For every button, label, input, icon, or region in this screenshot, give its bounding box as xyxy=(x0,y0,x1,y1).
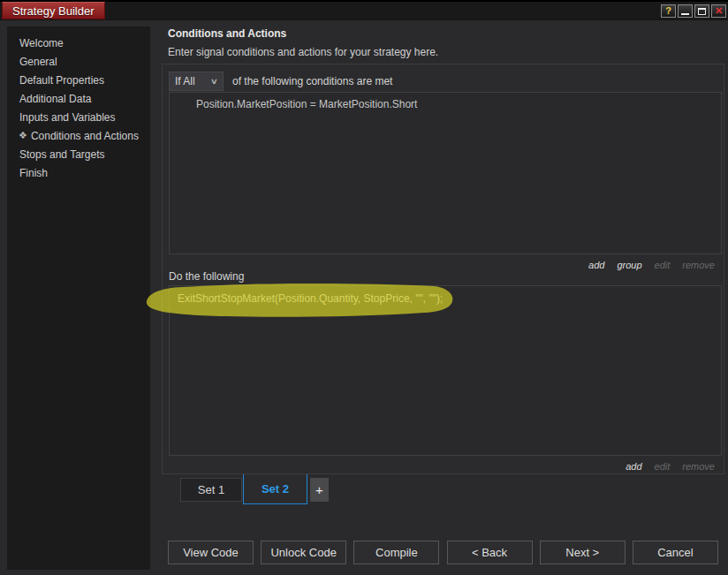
sidebar-item-default-properties[interactable]: Default Properties xyxy=(7,71,150,89)
sidebar-item-label: Inputs and Variables xyxy=(19,111,116,124)
sidebar-item-finish[interactable]: Finish xyxy=(7,163,150,182)
chevron-down-icon: ∨ xyxy=(210,77,218,86)
sidebar-item-label: Welcome xyxy=(19,37,64,49)
sidebar-item-label: Finish xyxy=(19,167,48,179)
page-description: Enter signal conditions and actions for … xyxy=(168,46,438,58)
sidebar-item-conditions-and-actions[interactable]: ❖ Conditions and Actions xyxy=(7,126,150,145)
sidebar-item-label: Additional Data xyxy=(19,93,91,105)
minimize-icon xyxy=(681,13,689,15)
condition-mode-value: If All xyxy=(175,75,195,87)
strategy-builder-window: { "window": { "title": "Strategy Builder… xyxy=(0,0,728,575)
add-set-tab-button[interactable]: + xyxy=(310,478,329,502)
view-code-button[interactable]: View Code xyxy=(168,541,254,564)
actions-edit-link: edit xyxy=(655,461,671,473)
help-icon: ? xyxy=(665,6,671,16)
minimize-button[interactable] xyxy=(678,4,693,18)
unlock-code-button[interactable]: Unlock Code xyxy=(261,541,346,564)
page-title: Conditions and Actions xyxy=(168,27,286,40)
conditions-listbox[interactable]: Position.MarketPosition = MarketPosition… xyxy=(169,92,722,254)
close-icon: ✕ xyxy=(715,6,723,16)
conditions-link-row: add group edit remove xyxy=(588,260,715,272)
condition-mode-row: If All ∨ of the following conditions are… xyxy=(169,72,717,91)
next-button[interactable]: Next > xyxy=(540,541,626,564)
conditions-edit-link: edit xyxy=(655,260,671,272)
condition-mode-suffix: of the following conditions are met xyxy=(232,75,392,87)
conditions-remove-link: remove xyxy=(682,260,715,272)
sidebar-item-general[interactable]: General xyxy=(7,52,150,71)
back-button[interactable]: < Back xyxy=(447,541,533,564)
title-bar[interactable]: Strategy Builder ? ✕ xyxy=(0,0,728,20)
tab-label: Set 1 xyxy=(198,483,224,496)
actions-add-link[interactable]: add xyxy=(626,461,641,473)
cancel-button[interactable]: Cancel xyxy=(633,541,718,564)
sidebar-item-additional-data[interactable]: Additional Data xyxy=(7,89,150,108)
sidebar-item-label: Default Properties xyxy=(19,74,104,87)
compile-button[interactable]: Compile xyxy=(353,541,439,564)
actions-link-row: add edit remove xyxy=(626,461,715,473)
sidebar-item-stops-and-targets[interactable]: Stops and Targets xyxy=(7,145,150,163)
help-button[interactable]: ? xyxy=(661,4,676,18)
tab-set-2-selected[interactable]: Set 2 xyxy=(243,474,307,504)
sidebar-item-inputs-and-variables[interactable]: Inputs and Variables xyxy=(7,108,150,126)
plus-icon: + xyxy=(315,482,323,497)
window-controls: ? ✕ xyxy=(661,4,726,18)
four-diamonds-icon: ❖ xyxy=(19,130,27,141)
sidebar-item-welcome[interactable]: Welcome xyxy=(7,34,150,52)
wizard-step-list: Welcome General Default Properties Addit… xyxy=(7,26,150,182)
sidebar-item-label: Stops and Targets xyxy=(19,148,105,161)
action-item[interactable]: ExitShortStopMarket(Position.Quantity, S… xyxy=(170,286,721,305)
condition-mode-dropdown[interactable]: If All ∨ xyxy=(169,72,224,91)
condition-item[interactable]: Position.MarketPosition = MarketPosition… xyxy=(170,93,721,110)
sidebar-item-label: General xyxy=(19,56,57,68)
actions-listbox[interactable]: ExitShortStopMarket(Position.Quantity, S… xyxy=(169,285,722,456)
wizard-step-sidebar: Welcome General Default Properties Addit… xyxy=(7,26,150,570)
tab-label: Set 2 xyxy=(262,482,289,496)
actions-remove-link: remove xyxy=(682,461,715,473)
window-title: Strategy Builder xyxy=(2,2,105,19)
dialog-button-row: View Code Unlock Code Compile < Back Nex… xyxy=(168,541,718,564)
tab-set-1[interactable]: Set 1 xyxy=(180,478,242,502)
conditions-add-link[interactable]: add xyxy=(588,260,604,272)
close-button[interactable]: ✕ xyxy=(711,4,726,18)
actions-section-label: Do the following xyxy=(169,270,244,283)
maximize-icon xyxy=(698,8,706,15)
sidebar-item-label: Conditions and Actions xyxy=(31,130,139,142)
conditions-group-link[interactable]: group xyxy=(617,260,641,272)
condition-set-panel: If All ∨ of the following conditions are… xyxy=(162,64,724,474)
maximize-button[interactable] xyxy=(694,4,709,18)
